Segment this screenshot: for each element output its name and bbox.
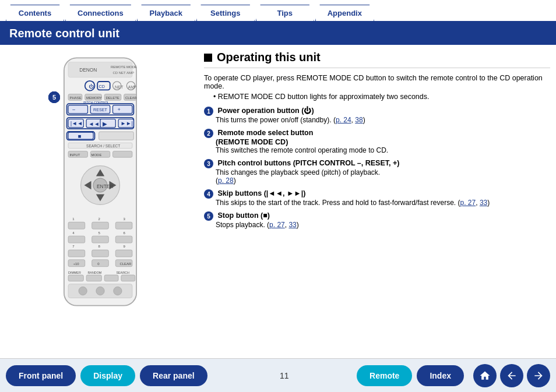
svg-rect-26 [113,105,132,114]
tab-playback[interactable]: Playback [137,5,195,21]
display-button[interactable]: Display [80,365,135,386]
forward-icon-button[interactable] [527,364,550,387]
tab-settings[interactable]: Settings [196,5,255,21]
feature-num-4: 4 [204,189,213,199]
feature-2-desc: This switches the remote control operati… [204,146,550,154]
svg-rect-46 [113,151,132,157]
main-content: 1 2 3 4 5 DENON REMOTE MODE CD NET AMP ⏻… [0,45,556,354]
svg-text:MEMORY: MEMORY [86,96,102,100]
svg-text:DIMMER: DIMMER [68,271,81,274]
right-panel: Operating this unit To operate CD player… [192,51,550,348]
tab-connections[interactable]: Connections [65,5,136,21]
intro-text: To operate CD player, press REMOTE MODE … [204,74,550,90]
rear-panel-button[interactable]: Rear panel [140,365,207,386]
link-p28[interactable]: p. 28 [218,176,234,185]
svg-rect-22 [68,105,87,114]
svg-text:■: ■ [78,133,82,139]
left-panel: 1 2 3 4 5 DENON REMOTE MODE CD NET AMP ⏻… [6,51,192,348]
nav-icons-group [473,364,550,387]
page-number: 11 [212,371,357,380]
section-title: Operating this unit [204,51,550,68]
svg-text:–: – [72,107,75,112]
feature-1-title: 1 Power operation button (⏻) [204,107,550,116]
feature-1-desc: This turns the power on/off (standby). (… [204,116,550,124]
svg-point-88 [79,287,87,295]
svg-text:CD    NET    AMP: CD NET AMP [113,71,134,75]
svg-text:+: + [118,107,121,112]
svg-rect-61 [115,222,132,229]
remote-button[interactable]: Remote [357,365,412,386]
svg-rect-71 [68,250,85,257]
feature-3-desc: This changes the playback speed (pitch) … [204,168,550,185]
svg-text:CLEAR: CLEAR [125,96,138,100]
feature-num-2: 2 [204,129,213,138]
svg-text:PHASE: PHASE [69,96,81,100]
svg-rect-60 [92,222,109,229]
svg-rect-72 [92,250,109,257]
svg-point-90 [114,287,122,295]
svg-text:▶: ▶ [103,121,107,127]
svg-rect-67 [115,236,132,243]
svg-text:SEARCH / SELECT: SEARCH / SELECT [86,144,120,148]
svg-text:⏻: ⏻ [89,83,94,89]
index-button[interactable]: Index [417,365,464,386]
link-33-stop[interactable]: 33 [288,221,296,229]
bottom-navigation: Front panel Display Rear panel 11 Remote… [0,358,556,392]
callout-5: 5 [48,91,60,103]
svg-rect-41 [99,132,134,140]
link-33-skip[interactable]: 33 [480,199,487,207]
feature-1: 1 Power operation button (⏻) This turns … [204,107,550,124]
svg-text:|◄◄: |◄◄ [71,120,83,126]
feature-4-desc: This skips to the start of the track. Pr… [204,199,550,207]
remote-control-image: DENON REMOTE MODE CD NET AMP ⏻ CD NET AM… [51,56,150,307]
feature-2: 2 Remote mode select button (REMOTE MODE… [204,129,550,154]
link-p24[interactable]: p. 24 [336,116,351,124]
svg-rect-59 [68,222,85,229]
svg-text:DELETE: DELETE [106,96,119,100]
tab-contents[interactable]: Contents [6,5,64,21]
svg-text:MODE: MODE [91,153,101,157]
svg-text:ENTER: ENTER [97,183,113,189]
tab-appendix[interactable]: Appendix [315,5,374,21]
svg-text:◄◄: ◄◄ [89,121,100,127]
svg-text:REMOTE MODE: REMOTE MODE [111,65,137,69]
svg-text:AMP: AMP [128,85,137,89]
svg-rect-84 [86,275,101,281]
feature-3: 3 Pitch control buttons (PITCH CONTROL –… [204,159,550,185]
home-icon-button[interactable] [473,364,497,387]
feature-5-title: 5 Stop button (■) [204,211,550,221]
link-p27-stop[interactable]: p. 27 [269,221,285,229]
feature-5: 5 Stop button (■) Stops playback. (p. 27… [204,211,550,229]
feature-4: 4 Skip buttons (|◄◄, ►►|) This skips to … [204,189,550,207]
feature-num-3: 3 [204,159,213,168]
svg-text:PITCH CONTROL: PITCH CONTROL [83,101,109,104]
bullet-text: REMOTE MODE CD button lights for approxi… [204,93,550,101]
feature-num-5: 5 [204,211,213,221]
svg-text:DENON: DENON [79,67,97,73]
page-header: Remote control unit [0,22,556,45]
svg-rect-86 [121,275,135,281]
link-p27-skip[interactable]: p. 27 [460,199,476,207]
svg-rect-65 [68,236,85,243]
feature-2-title: 2 Remote mode select button (REMOTE MODE… [204,129,550,146]
feature-3-title: 3 Pitch control buttons (PITCH CONTROL –… [204,159,550,168]
link-38[interactable]: 38 [355,116,363,124]
front-panel-button[interactable]: Front panel [6,365,76,386]
svg-rect-66 [92,236,109,243]
svg-text:CD: CD [99,84,105,89]
svg-text:RANDOM: RANDOM [88,271,102,274]
svg-rect-1 [68,62,132,77]
svg-rect-83 [68,275,83,281]
svg-text:SEARCH: SEARCH [116,271,129,274]
svg-text:+10: +10 [73,262,79,266]
svg-text:CLEAR: CLEAR [119,262,132,266]
svg-rect-85 [104,275,118,281]
svg-text:RESET: RESET [93,108,107,112]
tab-tips[interactable]: Tips [256,5,314,21]
top-navigation: Contents Connections Playback Settings T… [0,0,556,22]
svg-text:INPUT: INPUT [69,153,80,157]
back-icon-button[interactable] [500,364,523,387]
feature-5-desc: Stops playback. (p. 27, 33) [204,221,550,229]
feature-num-1: 1 [204,107,213,116]
svg-text:►►|: ►►| [121,120,133,126]
